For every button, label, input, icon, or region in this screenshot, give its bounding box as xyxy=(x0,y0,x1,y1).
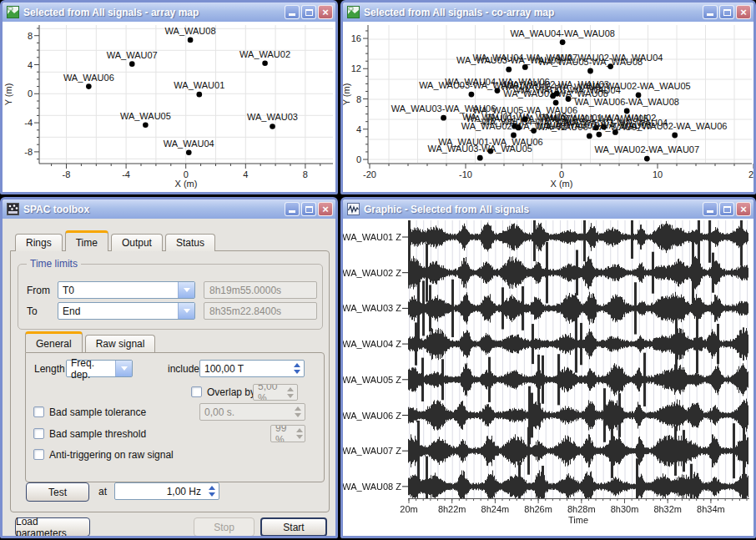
minimize-button[interactable] xyxy=(285,5,300,19)
bad-sample-threshold-spinbox: 99 % xyxy=(270,425,305,442)
maximize-button[interactable] xyxy=(301,202,316,216)
titlebar[interactable]: Selected from All signals - array map × xyxy=(3,3,335,22)
array-map-plot-area[interactable]: -8-4048-8-4048X (m)Y (m)WA_WAU01WA_WAU02… xyxy=(3,22,335,192)
load-parameters-button[interactable]: Load parameters xyxy=(15,517,90,536)
time-axis-title: Time xyxy=(568,515,588,525)
spin-arrows xyxy=(291,404,305,420)
start-button[interactable]: Start xyxy=(260,517,327,536)
tab-raw-signal[interactable]: Raw signal xyxy=(85,335,156,352)
to-combo-dropdown[interactable] xyxy=(178,303,194,319)
maximize-icon xyxy=(305,206,313,213)
waveform-axes: WA_WAU01 ZWA_WAU02 ZWA_WAU03 ZWA_WAU04 Z… xyxy=(343,219,753,536)
close-button[interactable]: × xyxy=(736,202,751,216)
bad-sample-tolerance-value: 0,00 s. xyxy=(200,404,291,420)
data-point xyxy=(143,122,149,128)
close-button[interactable]: × xyxy=(736,5,751,19)
close-icon: × xyxy=(740,203,747,215)
data-point xyxy=(644,156,650,162)
maximize-button[interactable] xyxy=(719,202,734,216)
time-tab-page: Time limits From T0 8h19m55.0000s To End… xyxy=(10,250,330,512)
from-combo[interactable]: T0 xyxy=(58,281,195,299)
data-point xyxy=(560,39,566,45)
data-point xyxy=(86,83,92,89)
svg-text:-8: -8 xyxy=(24,147,33,157)
window-coarray-map: Selected from All signals - co-array map… xyxy=(340,0,756,194)
anti-triggering-checkbox[interactable] xyxy=(33,449,44,460)
from-combo-value: T0 xyxy=(58,285,178,296)
chevron-down-icon xyxy=(184,309,190,313)
length-combo-dropdown[interactable] xyxy=(115,361,132,376)
data-point xyxy=(469,92,475,98)
spin-up-icon xyxy=(296,428,303,432)
waveform-plot-area[interactable]: WA_WAU01 ZWA_WAU02 ZWA_WAU03 ZWA_WAU04 Z… xyxy=(343,219,753,536)
overlap-checkbox[interactable] xyxy=(191,386,202,397)
maximize-icon xyxy=(723,9,731,16)
spin-up-icon xyxy=(209,486,215,490)
window-title: Selected from All signals - co-array map xyxy=(364,7,703,18)
maximize-icon xyxy=(305,9,313,16)
at-label: at xyxy=(98,486,107,497)
close-icon: × xyxy=(322,203,329,215)
spin-arrows[interactable] xyxy=(290,361,304,376)
array-plot-content: -8-4048-8-4048X (m)Y (m)WA_WAU01WA_WAU02… xyxy=(3,25,333,189)
data-point-label: WA_WAU04-WA_WAU08 xyxy=(510,28,615,38)
anti-triggering-label: Anti-triggering on raw signal xyxy=(49,449,174,461)
maximize-button[interactable] xyxy=(301,5,316,19)
length-combo[interactable]: Freq. dep. xyxy=(66,360,133,377)
tab-time[interactable]: Time xyxy=(65,230,108,251)
tab-rings[interactable]: Rings xyxy=(15,234,63,251)
minimize-button[interactable] xyxy=(285,202,300,216)
bad-sample-tolerance-checkbox[interactable] xyxy=(33,406,44,417)
spin-down-icon xyxy=(287,394,294,398)
close-button[interactable]: × xyxy=(318,202,333,216)
data-point xyxy=(477,155,483,161)
from-label: From xyxy=(27,285,50,296)
general-tab-page: Length Freq. dep. include 100,00 T Overl… xyxy=(25,352,325,482)
svg-text:-20: -20 xyxy=(363,169,376,179)
data-point-label: WA_WAU01 xyxy=(174,80,224,90)
titlebar[interactable]: SPAC toolbox × xyxy=(3,199,335,219)
coarray-map-plot-area[interactable]: -20-10010200481216X (m)Y (m)WA_WAU01-WA_… xyxy=(343,22,753,192)
svg-text:-4: -4 xyxy=(24,118,33,128)
svg-text:8: 8 xyxy=(28,31,33,41)
tab-general[interactable]: General xyxy=(25,331,83,352)
svg-text:-4: -4 xyxy=(122,169,130,179)
coarray-plot-content: -20-10010200481216X (m)Y (m)WA_WAU01-WA_… xyxy=(343,25,753,189)
test-button[interactable]: Test xyxy=(26,482,89,502)
map-icon xyxy=(347,6,360,18)
close-button[interactable]: × xyxy=(318,5,333,19)
data-point-label: WA_WAU05-WA_WAU06 xyxy=(473,105,578,115)
spac-toolbox-icon xyxy=(7,203,19,215)
to-combo[interactable]: End xyxy=(58,302,195,320)
data-point xyxy=(531,128,537,134)
trace-label: WA_WAU03 Z xyxy=(343,303,401,313)
from-time-field: 8h19m55.0000s xyxy=(204,281,317,299)
time-tick-label: 8h22m xyxy=(438,504,466,514)
minimize-button[interactable] xyxy=(703,5,718,19)
to-time-field: 8h35m22.8400s xyxy=(204,302,317,320)
window-title: SPAC toolbox xyxy=(23,204,285,215)
include-spinbox[interactable]: 100,00 T xyxy=(199,360,305,377)
from-combo-dropdown[interactable] xyxy=(178,282,194,298)
data-point xyxy=(550,93,556,98)
data-point-label: WA_WAU05 xyxy=(120,111,171,121)
test-frequency-spinbox[interactable]: 1,00 Hz xyxy=(114,482,219,500)
trace-label: WA_WAU06 Z xyxy=(343,411,401,421)
data-point-label: WA_WAU03-WA_WAU05 xyxy=(427,144,532,154)
trace-label: WA_WAU08 Z xyxy=(343,482,401,492)
data-point xyxy=(587,68,593,74)
spin-arrows[interactable] xyxy=(205,483,219,499)
test-frequency-value: 1,00 Hz xyxy=(115,483,205,499)
window-array-map: Selected from All signals - array map × … xyxy=(0,0,338,194)
bad-sample-threshold-checkbox[interactable] xyxy=(33,428,44,439)
stop-button[interactable]: Stop xyxy=(194,517,255,536)
maximize-button[interactable] xyxy=(719,5,734,19)
tab-output[interactable]: Output xyxy=(111,234,163,251)
tab-status[interactable]: Status xyxy=(165,234,215,251)
minimize-button[interactable] xyxy=(703,202,718,216)
svg-text:0: 0 xyxy=(356,154,361,164)
titlebar[interactable]: Graphic - Selected from All signals × xyxy=(343,199,753,219)
titlebar[interactable]: Selected from All signals - co-array map… xyxy=(343,3,753,22)
svg-text:-8: -8 xyxy=(63,169,71,179)
trace-label: WA_WAU05 Z xyxy=(343,375,401,385)
